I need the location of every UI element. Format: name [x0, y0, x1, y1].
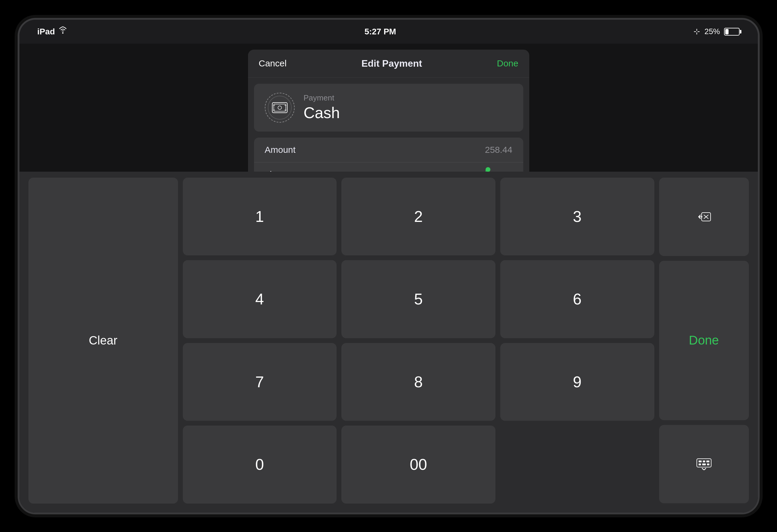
svg-rect-16	[707, 463, 709, 465]
svg-point-2	[278, 106, 282, 110]
svg-rect-1	[274, 104, 286, 111]
key-5[interactable]: 5	[341, 260, 495, 338]
clear-button[interactable]: Clear	[28, 178, 178, 504]
wifi-icon	[59, 26, 67, 37]
key-6[interactable]: 6	[500, 260, 654, 338]
svg-rect-11	[699, 460, 701, 462]
amount-label: Amount	[265, 145, 296, 155]
bluetooth-icon: ⊹	[693, 27, 700, 36]
modal-title: Edit Payment	[361, 58, 422, 69]
backspace-icon	[696, 212, 712, 222]
keyboard-hide-button[interactable]	[659, 425, 749, 504]
amount-row: Amount 258.44	[254, 138, 523, 162]
keyboard-area: Clear 1 2 3 4 5 6 7 8 9 0 00	[19, 172, 758, 513]
device-label: iPad	[37, 27, 55, 36]
battery-fill	[725, 29, 729, 34]
key-empty	[500, 425, 654, 504]
payment-label: Payment	[304, 93, 340, 103]
keyboard-hide-icon	[696, 458, 712, 470]
key-8[interactable]: 8	[341, 343, 495, 421]
keyboard-left: Clear	[28, 178, 178, 504]
payment-info: Payment Cash	[304, 93, 340, 122]
modal-header: Cancel Edit Payment Done	[248, 50, 529, 78]
time-display: 5:27 PM	[364, 27, 396, 36]
key-0[interactable]: 0	[183, 425, 337, 504]
cash-icon-inner	[268, 96, 292, 120]
ipad-frame: iPad 5:27 PM ⊹ 25% Cancel	[18, 18, 760, 514]
screen-content: Cancel Edit Payment Done	[19, 44, 758, 513]
battery-percent: 25%	[704, 27, 720, 36]
key-1[interactable]: 1	[183, 178, 337, 256]
svg-rect-14	[699, 463, 701, 465]
status-left: iPad	[37, 26, 67, 37]
amount-value: 258.44	[485, 145, 513, 155]
backspace-button[interactable]	[659, 178, 749, 256]
key-2[interactable]: 2	[341, 178, 495, 256]
key-4[interactable]: 4	[183, 260, 337, 338]
battery-indicator	[724, 28, 740, 35]
svg-rect-12	[703, 460, 705, 462]
modal-done-button[interactable]: Done	[497, 58, 519, 69]
battery-bar	[724, 28, 740, 35]
key-9[interactable]: 9	[500, 343, 654, 421]
svg-rect-10	[697, 459, 711, 467]
keyboard-right: Done	[659, 178, 749, 504]
payment-name: Cash	[304, 104, 340, 122]
numpad: 1 2 3 4 5 6 7 8 9 0 00	[183, 178, 654, 504]
keyboard-done-button[interactable]: Done	[659, 261, 749, 420]
key-00[interactable]: 00	[341, 425, 495, 504]
status-right: ⊹ 25%	[693, 27, 740, 36]
cash-icon	[272, 102, 288, 113]
key-3[interactable]: 3	[500, 178, 654, 256]
key-7[interactable]: 7	[183, 343, 337, 421]
cancel-button[interactable]: Cancel	[259, 58, 287, 69]
cash-icon-wrapper	[265, 93, 295, 123]
svg-rect-13	[706, 460, 709, 462]
payment-card: Payment Cash	[254, 84, 523, 132]
cursor-dot-top	[485, 167, 490, 172]
status-bar: iPad 5:27 PM ⊹ 25%	[19, 20, 758, 44]
svg-rect-15	[702, 463, 706, 465]
